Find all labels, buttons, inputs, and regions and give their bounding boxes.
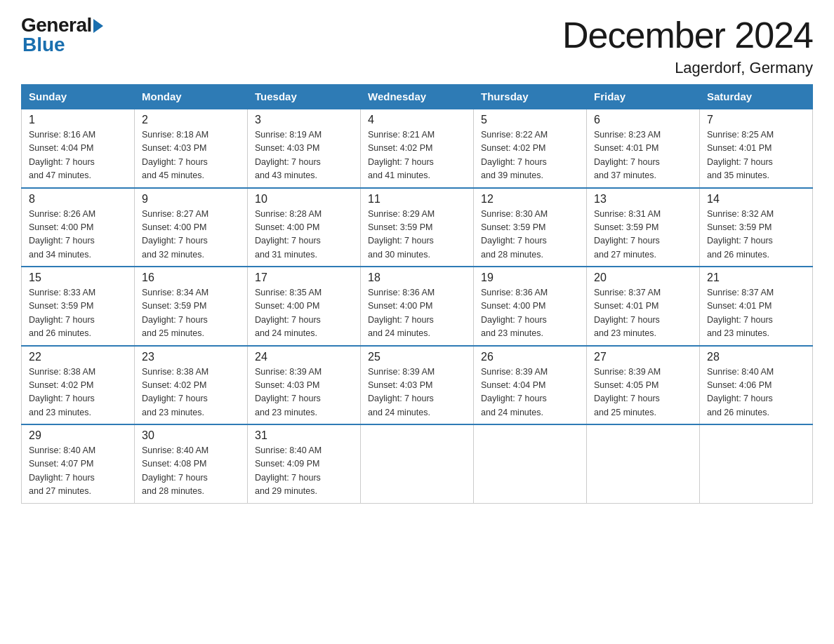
logo: General Blue — [21, 14, 103, 56]
day-number: 28 — [707, 351, 805, 363]
header-wednesday: Wednesday — [361, 85, 474, 109]
calendar-cell: 14Sunrise: 8:32 AMSunset: 3:59 PMDayligh… — [700, 188, 813, 267]
day-info: Sunrise: 8:38 AMSunset: 4:02 PMDaylight:… — [142, 365, 240, 420]
day-info: Sunrise: 8:21 AMSunset: 4:02 PMDaylight:… — [368, 128, 466, 183]
day-number: 9 — [142, 193, 240, 206]
calendar-cell: 3Sunrise: 8:19 AMSunset: 4:03 PMDaylight… — [248, 109, 361, 188]
day-number: 26 — [481, 351, 579, 363]
header-friday: Friday — [587, 85, 700, 109]
calendar-cell: 16Sunrise: 8:34 AMSunset: 3:59 PMDayligh… — [135, 267, 248, 346]
logo-triangle-icon — [93, 19, 103, 33]
calendar-header: Sunday Monday Tuesday Wednesday Thursday… — [22, 85, 813, 109]
day-info: Sunrise: 8:22 AMSunset: 4:02 PMDaylight:… — [481, 128, 579, 183]
day-info: Sunrise: 8:40 AMSunset: 4:08 PMDaylight:… — [142, 444, 240, 499]
location-text: Lagerdorf, Germany — [562, 59, 813, 77]
day-number: 23 — [142, 351, 240, 363]
calendar-cell — [587, 424, 700, 503]
day-info: Sunrise: 8:39 AMSunset: 4:04 PMDaylight:… — [481, 365, 579, 420]
day-number: 13 — [594, 193, 692, 206]
calendar-cell: 15Sunrise: 8:33 AMSunset: 3:59 PMDayligh… — [22, 267, 135, 346]
day-number: 25 — [368, 351, 466, 363]
day-info: Sunrise: 8:28 AMSunset: 4:00 PMDaylight:… — [255, 208, 353, 262]
calendar-cell: 10Sunrise: 8:28 AMSunset: 4:00 PMDayligh… — [248, 188, 361, 267]
weekday-header-row: Sunday Monday Tuesday Wednesday Thursday… — [22, 85, 813, 109]
day-number: 10 — [255, 193, 353, 206]
calendar-cell: 29Sunrise: 8:40 AMSunset: 4:07 PMDayligh… — [22, 424, 135, 503]
day-info: Sunrise: 8:32 AMSunset: 3:59 PMDaylight:… — [707, 208, 805, 262]
day-info: Sunrise: 8:19 AMSunset: 4:03 PMDaylight:… — [255, 128, 353, 183]
calendar-cell: 19Sunrise: 8:36 AMSunset: 4:00 PMDayligh… — [474, 267, 587, 346]
day-number: 7 — [707, 114, 805, 126]
calendar-cell: 5Sunrise: 8:22 AMSunset: 4:02 PMDaylight… — [474, 109, 587, 188]
calendar-cell: 2Sunrise: 8:18 AMSunset: 4:03 PMDaylight… — [135, 109, 248, 188]
month-title: December 2024 — [562, 14, 813, 56]
calendar-cell: 7Sunrise: 8:25 AMSunset: 4:01 PMDaylight… — [700, 109, 813, 188]
calendar-table: Sunday Monday Tuesday Wednesday Thursday… — [21, 84, 813, 504]
calendar-cell: 24Sunrise: 8:39 AMSunset: 4:03 PMDayligh… — [248, 346, 361, 425]
day-info: Sunrise: 8:27 AMSunset: 4:00 PMDaylight:… — [142, 208, 240, 262]
day-info: Sunrise: 8:36 AMSunset: 4:00 PMDaylight:… — [368, 286, 466, 341]
calendar-week-row: 1Sunrise: 8:16 AMSunset: 4:04 PMDaylight… — [22, 109, 813, 188]
calendar-week-row: 29Sunrise: 8:40 AMSunset: 4:07 PMDayligh… — [22, 424, 813, 503]
calendar-cell: 18Sunrise: 8:36 AMSunset: 4:00 PMDayligh… — [361, 267, 474, 346]
day-number: 16 — [142, 271, 240, 284]
calendar-cell: 25Sunrise: 8:39 AMSunset: 4:03 PMDayligh… — [361, 346, 474, 425]
calendar-cell: 9Sunrise: 8:27 AMSunset: 4:00 PMDaylight… — [135, 188, 248, 267]
day-number: 29 — [29, 429, 127, 442]
day-info: Sunrise: 8:37 AMSunset: 4:01 PMDaylight:… — [707, 286, 805, 341]
header-saturday: Saturday — [700, 85, 813, 109]
day-number: 3 — [255, 114, 353, 126]
calendar-cell: 27Sunrise: 8:39 AMSunset: 4:05 PMDayligh… — [587, 346, 700, 425]
day-info: Sunrise: 8:16 AMSunset: 4:04 PMDaylight:… — [29, 128, 127, 183]
calendar-cell: 23Sunrise: 8:38 AMSunset: 4:02 PMDayligh… — [135, 346, 248, 425]
calendar-cell: 6Sunrise: 8:23 AMSunset: 4:01 PMDaylight… — [587, 109, 700, 188]
day-info: Sunrise: 8:37 AMSunset: 4:01 PMDaylight:… — [594, 286, 692, 341]
page-header: General Blue December 2024 Lagerdorf, Ge… — [21, 14, 813, 77]
day-info: Sunrise: 8:31 AMSunset: 3:59 PMDaylight:… — [594, 208, 692, 262]
day-number: 2 — [142, 114, 240, 126]
calendar-body: 1Sunrise: 8:16 AMSunset: 4:04 PMDaylight… — [22, 109, 813, 503]
calendar-cell: 1Sunrise: 8:16 AMSunset: 4:04 PMDaylight… — [22, 109, 135, 188]
day-number: 21 — [707, 271, 805, 284]
calendar-cell: 13Sunrise: 8:31 AMSunset: 3:59 PMDayligh… — [587, 188, 700, 267]
calendar-cell: 17Sunrise: 8:35 AMSunset: 4:00 PMDayligh… — [248, 267, 361, 346]
day-info: Sunrise: 8:26 AMSunset: 4:00 PMDaylight:… — [29, 208, 127, 262]
day-number: 17 — [255, 271, 353, 284]
day-info: Sunrise: 8:35 AMSunset: 4:00 PMDaylight:… — [255, 286, 353, 341]
day-info: Sunrise: 8:34 AMSunset: 3:59 PMDaylight:… — [142, 286, 240, 341]
calendar-cell: 31Sunrise: 8:40 AMSunset: 4:09 PMDayligh… — [248, 424, 361, 503]
day-info: Sunrise: 8:39 AMSunset: 4:05 PMDaylight:… — [594, 365, 692, 420]
day-number: 1 — [29, 114, 127, 126]
day-number: 19 — [481, 271, 579, 284]
calendar-cell: 21Sunrise: 8:37 AMSunset: 4:01 PMDayligh… — [700, 267, 813, 346]
day-info: Sunrise: 8:23 AMSunset: 4:01 PMDaylight:… — [594, 128, 692, 183]
day-number: 4 — [368, 114, 466, 126]
day-number: 8 — [29, 193, 127, 206]
day-info: Sunrise: 8:38 AMSunset: 4:02 PMDaylight:… — [29, 365, 127, 420]
day-info: Sunrise: 8:33 AMSunset: 3:59 PMDaylight:… — [29, 286, 127, 341]
header-thursday: Thursday — [474, 85, 587, 109]
day-info: Sunrise: 8:29 AMSunset: 3:59 PMDaylight:… — [368, 208, 466, 262]
calendar-cell — [700, 424, 813, 503]
day-number: 30 — [142, 429, 240, 442]
day-number: 6 — [594, 114, 692, 126]
calendar-cell: 28Sunrise: 8:40 AMSunset: 4:06 PMDayligh… — [700, 346, 813, 425]
calendar-cell: 30Sunrise: 8:40 AMSunset: 4:08 PMDayligh… — [135, 424, 248, 503]
day-number: 11 — [368, 193, 466, 206]
calendar-cell: 22Sunrise: 8:38 AMSunset: 4:02 PMDayligh… — [22, 346, 135, 425]
calendar-cell: 20Sunrise: 8:37 AMSunset: 4:01 PMDayligh… — [587, 267, 700, 346]
day-info: Sunrise: 8:40 AMSunset: 4:07 PMDaylight:… — [29, 444, 127, 499]
day-number: 18 — [368, 271, 466, 284]
day-number: 14 — [707, 193, 805, 206]
day-info: Sunrise: 8:39 AMSunset: 4:03 PMDaylight:… — [368, 365, 466, 420]
day-info: Sunrise: 8:18 AMSunset: 4:03 PMDaylight:… — [142, 128, 240, 183]
header-tuesday: Tuesday — [248, 85, 361, 109]
calendar-cell: 4Sunrise: 8:21 AMSunset: 4:02 PMDaylight… — [361, 109, 474, 188]
day-number: 15 — [29, 271, 127, 284]
calendar-week-row: 22Sunrise: 8:38 AMSunset: 4:02 PMDayligh… — [22, 346, 813, 425]
day-number: 31 — [255, 429, 353, 442]
day-number: 22 — [29, 351, 127, 363]
day-info: Sunrise: 8:40 AMSunset: 4:09 PMDaylight:… — [255, 444, 353, 499]
day-info: Sunrise: 8:39 AMSunset: 4:03 PMDaylight:… — [255, 365, 353, 420]
calendar-cell — [474, 424, 587, 503]
